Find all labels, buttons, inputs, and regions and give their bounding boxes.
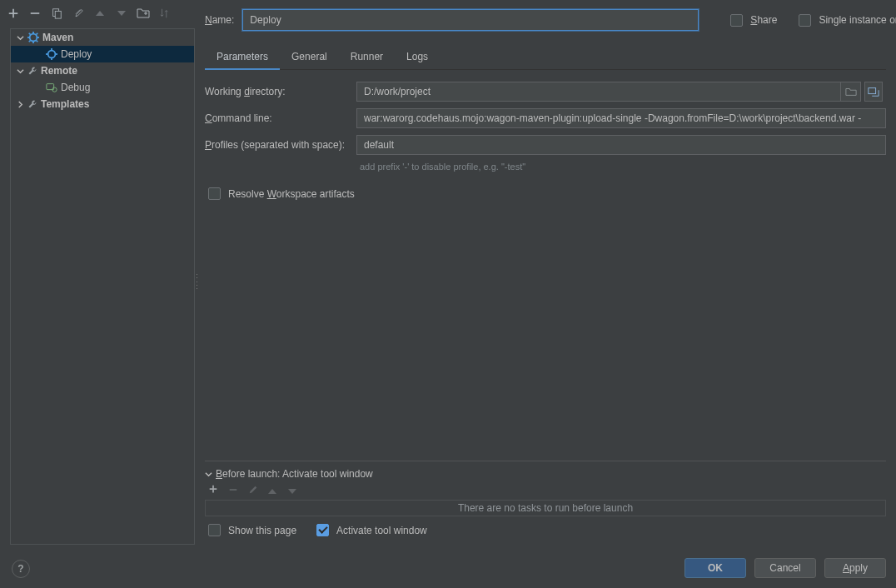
name-input[interactable]: [242, 9, 699, 31]
tree-label: Deploy: [61, 48, 92, 60]
cancel-button[interactable]: Cancel: [754, 558, 816, 578]
tab-parameters[interactable]: Parameters: [205, 47, 280, 69]
svg-rect-21: [869, 88, 876, 94]
command-line-input[interactable]: war:war org.codehaus.mojo:wagon-maven-pl…: [356, 108, 886, 128]
tree-label: Remote: [41, 65, 77, 77]
svg-point-14: [51, 53, 53, 56]
move-task-down-icon: [288, 485, 300, 496]
profiles-input[interactable]: [356, 135, 886, 155]
tabs: Parameters General Runner Logs: [205, 47, 886, 70]
debug-remote-icon: [46, 82, 57, 93]
name-label: Name:: [205, 14, 234, 26]
before-launch-toolbar: [205, 485, 886, 496]
svg-line-11: [29, 41, 31, 42]
ok-button[interactable]: OK: [684, 558, 746, 578]
resolve-workspace-checkbox[interactable]: [208, 187, 221, 200]
help-button[interactable]: ?: [12, 560, 30, 578]
gear-icon: [46, 48, 57, 60]
chevron-down-icon: [205, 471, 212, 478]
command-line-label: Command line:: [205, 112, 353, 124]
tree-node-maven[interactable]: Maven: [11, 29, 194, 46]
activate-tool-window-checkbox[interactable]: Activate tool window: [313, 521, 427, 539]
chevron-down-icon: [16, 67, 24, 75]
move-down-icon: [115, 7, 128, 20]
svg-line-9: [29, 33, 31, 35]
working-dir-label: Working directory:: [205, 86, 353, 97]
browse-folder-icon[interactable]: [841, 82, 861, 102]
separator: [205, 461, 886, 461]
copy-icon[interactable]: [50, 7, 63, 20]
edit-icon[interactable]: [72, 7, 85, 20]
tree-label: Templates: [41, 98, 89, 110]
show-this-page-checkbox[interactable]: Show this page: [205, 521, 296, 539]
remove-icon[interactable]: [28, 7, 42, 20]
remove-task-icon: [228, 485, 240, 496]
splitter-handle[interactable]: [195, 28, 200, 545]
svg-rect-0: [31, 12, 40, 14]
tree-node-debug[interactable]: Debug: [11, 79, 194, 96]
single-instance-checkbox[interactable]: Single instance only: [795, 12, 896, 29]
profiles-label: Profiles (separated with space):: [205, 139, 353, 151]
svg-line-12: [37, 33, 38, 35]
svg-point-4: [32, 37, 35, 39]
tab-runner[interactable]: Runner: [339, 47, 395, 69]
svg-line-10: [37, 41, 38, 42]
folder-icon[interactable]: [137, 7, 150, 20]
apply-button[interactable]: Apply: [824, 558, 886, 578]
edit-task-icon: [248, 485, 260, 496]
add-icon[interactable]: [7, 7, 20, 20]
config-tree: Maven Deploy Remote Debug Templates: [10, 28, 195, 545]
wrench-icon: [27, 66, 37, 76]
move-up-icon: [93, 7, 107, 20]
tab-general[interactable]: General: [280, 47, 339, 69]
tree-node-deploy[interactable]: Deploy: [11, 46, 194, 62]
chevron-right-icon: [16, 100, 24, 108]
tree-node-remote[interactable]: Remote: [11, 62, 194, 79]
sort-icon: [158, 7, 172, 20]
insert-macro-icon[interactable]: [864, 82, 883, 102]
main-panel: Name: Share Single instance only Paramet…: [205, 7, 886, 539]
wrench-icon: [27, 99, 37, 109]
chevron-down-icon: [16, 33, 24, 42]
svg-rect-22: [230, 489, 237, 491]
svg-rect-2: [55, 11, 61, 18]
share-checkbox[interactable]: Share: [727, 12, 777, 29]
add-task-icon[interactable]: [208, 485, 220, 496]
profiles-hint: add prefix '-' to disable profile, e.g. …: [356, 162, 886, 172]
tree-node-templates[interactable]: Templates: [11, 96, 194, 112]
maven-gear-icon: [27, 32, 39, 43]
resolve-workspace-label: Resolve Workspace artifacts: [228, 188, 355, 200]
dialog-buttons: OK Cancel Apply: [684, 558, 886, 578]
before-launch-header[interactable]: Before launch: Activate tool window: [205, 468, 886, 480]
tree-label: Debug: [61, 82, 90, 93]
move-task-up-icon: [268, 485, 280, 496]
tab-logs[interactable]: Logs: [395, 47, 440, 69]
tree-label: Maven: [42, 32, 73, 43]
before-launch-empty: There are no tasks to run before launch: [205, 500, 886, 516]
working-dir-input[interactable]: [356, 82, 841, 102]
